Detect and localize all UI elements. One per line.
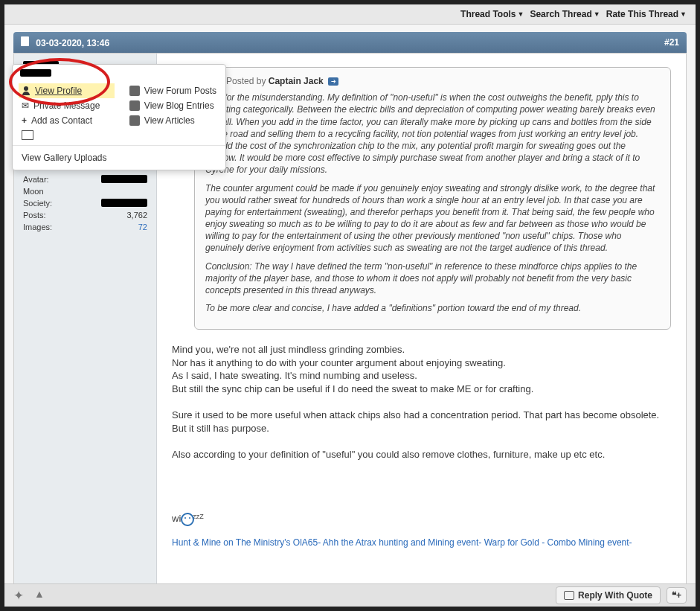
- caret-down-icon: ▼: [518, 10, 524, 18]
- avatar-value: Moon: [23, 187, 44, 196]
- search-thread-label: Search Thread: [530, 9, 591, 19]
- posts-label: Posts:: [23, 211, 46, 220]
- posts-value: 3,762: [126, 211, 147, 220]
- caret-down-icon: ▼: [680, 10, 687, 18]
- star-icon[interactable]: ✦: [13, 588, 24, 604]
- document-icon: [21, 36, 29, 46]
- goto-post-icon[interactable]: ➔: [328, 77, 338, 86]
- reply-l4: But still the sync chip can be useful if…: [172, 383, 671, 396]
- sig-prefix: wi: [172, 513, 181, 524]
- thread-tools-label: Thread Tools: [460, 9, 516, 19]
- user-context-menu: View Profile ✉ Private Message + Add as …: [12, 64, 226, 170]
- menu-view-articles[interactable]: View Articles: [126, 113, 219, 128]
- thread-toolbar: Thread Tools ▼ Search Thread ▼ Rate This…: [4, 4, 696, 25]
- menu-view-profile-label: View Profile: [35, 86, 82, 96]
- quote-p4: Conclusion: The way I have defined the t…: [205, 260, 660, 297]
- quote-p5: To be more clear and concise, I have add…: [205, 302, 660, 314]
- menu-view-profile[interactable]: View Profile: [19, 83, 115, 98]
- menu-view-blog-label: View Blog Entries: [144, 100, 214, 111]
- sleep-emoticon-icon: [181, 513, 194, 526]
- reply-body: Mind you, we're not all just mindless gr…: [172, 343, 671, 461]
- post-timestamp: 03-03-2020, 13:46: [36, 38, 109, 48]
- menu-view-gallery-label: View Gallery Uploads: [22, 153, 107, 163]
- menu-add-contact-label: Add as Contact: [31, 115, 92, 126]
- redacted-menu-username: [20, 69, 51, 77]
- signature: wizzZ Hunt & Mine on The Ministry's OlA6…: [172, 473, 671, 548]
- warning-icon[interactable]: ▲: [34, 588, 45, 604]
- posts-icon: [129, 86, 140, 96]
- post-content: nally Posted by Captain Jack ➔ gize for …: [157, 54, 686, 589]
- quote-p1: gize for the misunderstanding. My defini…: [205, 92, 660, 140]
- image-icon: [22, 130, 33, 140]
- menu-private-message[interactable]: ✉ Private Message: [19, 98, 115, 113]
- reply-with-quote-button[interactable]: Reply With Quote: [556, 586, 661, 604]
- redacted-avatar: [101, 175, 147, 183]
- reply-l5: Sure it used to be more useful when atta…: [172, 409, 671, 435]
- speech-bubble-icon: [564, 591, 574, 600]
- multiquote-button[interactable]: ❝+: [667, 587, 687, 604]
- post-header: 03-03-2020, 13:46 #21: [13, 32, 687, 53]
- menu-image-icon-row[interactable]: [19, 128, 115, 142]
- menu-view-forum-posts[interactable]: View Forum Posts: [126, 83, 219, 98]
- quote-text: gize for the misunderstanding. My defini…: [205, 92, 660, 314]
- images-label: Images:: [23, 223, 52, 231]
- quote-box: nally Posted by Captain Jack ➔ gize for …: [194, 67, 671, 330]
- society-label: Society:: [23, 199, 52, 208]
- images-link[interactable]: 72: [138, 223, 147, 231]
- caret-down-icon: ▼: [594, 10, 600, 18]
- blog-icon: [129, 100, 140, 111]
- zz-text: zzZ: [193, 513, 204, 520]
- reply-l6: Also according to your definition of "us…: [172, 448, 671, 461]
- menu-add-contact[interactable]: + Add as Contact: [19, 113, 115, 128]
- plus-icon: +: [22, 115, 27, 126]
- post-number[interactable]: #21: [664, 37, 679, 48]
- menu-view-forum-posts-label: View Forum Posts: [144, 86, 216, 96]
- signature-links[interactable]: Hunt & Mine on The Ministry's OlA65- Ahh…: [172, 537, 671, 548]
- reply-l3: As I said, I hate sweating. It's mind nu…: [172, 369, 671, 383]
- rate-thread-label: Rate This Thread: [606, 9, 678, 19]
- avatar-label: Avatar:: [23, 175, 49, 184]
- menu-view-gallery[interactable]: View Gallery Uploads: [22, 150, 216, 165]
- rate-thread[interactable]: Rate This Thread ▼: [606, 9, 687, 19]
- menu-view-blog[interactable]: View Blog Entries: [126, 98, 219, 113]
- articles-icon: [129, 115, 140, 126]
- person-icon: [22, 86, 30, 95]
- quote-header: nally Posted by Captain Jack ➔: [205, 75, 660, 87]
- multiquote-label: ❝+: [672, 590, 681, 601]
- reply-with-quote-label: Reply With Quote: [578, 590, 652, 601]
- search-thread[interactable]: Search Thread ▼: [530, 9, 600, 19]
- post-footer: ✦ ▲ Reply With Quote ❝+: [4, 583, 696, 607]
- redacted-society: [101, 199, 147, 207]
- thread-tools[interactable]: Thread Tools ▼: [460, 9, 524, 19]
- quote-p3: The counter argument could be made if yo…: [205, 182, 660, 255]
- menu-private-message-label: Private Message: [33, 100, 100, 111]
- reply-l1: Mind you, we're not all just mindless gr…: [172, 343, 671, 356]
- quote-author: Captain Jack: [269, 76, 324, 86]
- menu-view-articles-label: View Articles: [144, 115, 195, 126]
- reply-l2: Nor has it anything to do with your coun…: [172, 356, 671, 370]
- quote-p2: ou add the cost of the synchronization c…: [205, 140, 660, 176]
- envelope-icon: ✉: [22, 100, 29, 111]
